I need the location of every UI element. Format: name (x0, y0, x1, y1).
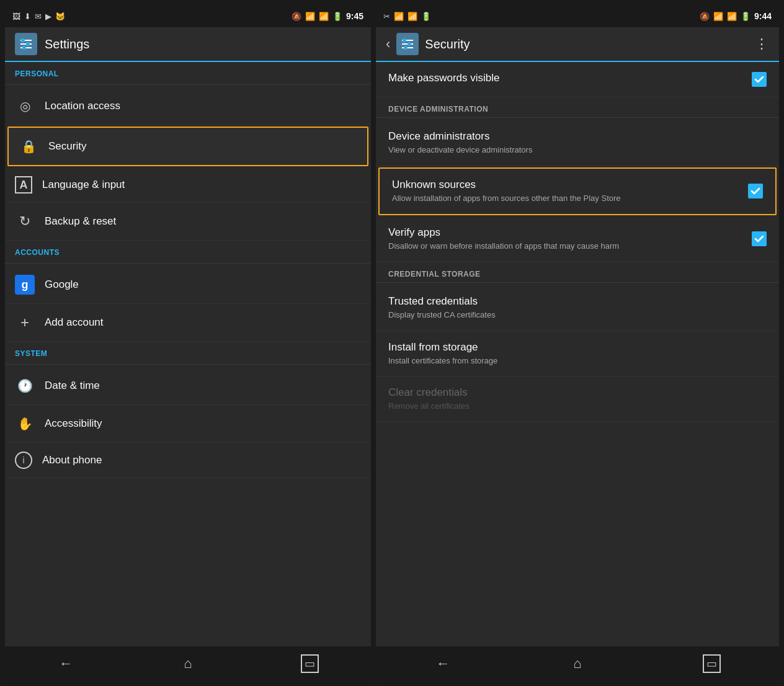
security-icon: 🔒 (19, 136, 38, 156)
right-home-button[interactable]: ⌂ (559, 651, 596, 676)
left-status-time: 9:45 (346, 11, 363, 21)
make-passwords-title: Make passwords visible (388, 72, 744, 84)
sidebar-item-language[interactable]: A Language & input (5, 167, 371, 203)
more-options-button[interactable]: ⋮ (755, 36, 769, 52)
right-status-time: 9:44 (754, 11, 772, 21)
accounts-section-header: ACCOUNTS (5, 241, 371, 261)
trusted-credentials-item[interactable]: Trusted credentials Display trusted CA c… (376, 285, 779, 331)
verify-apps-subtitle: Disallow or warn before installation of … (388, 241, 744, 252)
status-mute-icon: 🔕 (292, 12, 301, 21)
credential-storage-header: CREDENTIAL STORAGE (376, 262, 779, 282)
verify-apps-text: Verify apps Disallow or warn before inst… (388, 226, 744, 252)
unknown-sources-title: Unknown sources (392, 179, 741, 191)
system-section-header: SYSTEM (5, 342, 371, 362)
device-admins-item[interactable]: Device administrators View or deactivate… (376, 120, 779, 166)
svg-point-9 (403, 39, 406, 42)
status-icon-photo: 🖼 (12, 12, 20, 21)
right-status-bar: ✂ 📶 📶 🔋 🔕 📶 📶 🔋 9:44 (376, 5, 779, 27)
settings-app-bar: Settings (5, 27, 371, 62)
left-status-icons: 🖼 ⬇ ✉ ▶ 🐱 (12, 12, 65, 21)
about-label: About phone (42, 454, 102, 466)
device-admin-header: DEVICE ADMINISTRATION (376, 97, 779, 117)
personal-section-header: PERSONAL (5, 62, 371, 82)
svg-point-10 (408, 43, 411, 45)
personal-divider (5, 84, 371, 85)
language-icon: A (15, 176, 32, 194)
install-from-storage-item[interactable]: Install from storage Install certificate… (376, 331, 779, 377)
add-account-icon: + (15, 313, 35, 332)
right-back-button[interactable]: ← (424, 651, 461, 676)
install-from-storage-text: Install from storage Install certificate… (388, 341, 767, 367)
right-battery-icon: 🔋 (741, 12, 751, 21)
accessibility-icon: ✋ (15, 414, 35, 434)
right-recent-button[interactable]: ▭ (693, 651, 731, 676)
security-app-bar-left: ‹ Security (386, 33, 470, 55)
left-back-button[interactable]: ← (47, 651, 84, 676)
add-account-label: Add account (45, 316, 104, 329)
backup-icon: ↻ (15, 212, 35, 231)
device-admins-subtitle: View or deactivate device administrators (388, 145, 767, 156)
right-status-icon-1: ✂ (383, 12, 390, 21)
trusted-credentials-title: Trusted credentials (388, 295, 767, 308)
svg-point-5 (23, 47, 25, 49)
datetime-label: Date & time (45, 380, 100, 392)
status-icon-play: ▶ (45, 12, 51, 21)
install-from-storage-title: Install from storage (388, 341, 767, 354)
left-home-button[interactable]: ⌂ (169, 651, 207, 676)
svg-point-3 (22, 39, 24, 42)
make-passwords-item[interactable]: Make passwords visible (376, 62, 779, 97)
right-status-icons: ✂ 📶 📶 🔋 (383, 12, 431, 21)
unknown-sources-subtitle: Allow installation of apps from sources … (392, 194, 741, 204)
right-signal-icon: 📶 (727, 12, 737, 21)
settings-panel: 🖼 ⬇ ✉ ▶ 🐱 🔕 📶 📶 🔋 9:45 (5, 5, 371, 681)
verify-apps-item[interactable]: Verify apps Disallow or warn before inst… (376, 216, 779, 262)
sidebar-item-backup[interactable]: ↻ Backup & reset (5, 203, 371, 241)
trusted-credentials-subtitle: Display trusted CA certificates (388, 310, 767, 321)
language-label: Language & input (42, 179, 125, 191)
accessibility-label: Accessibility (45, 417, 102, 430)
security-app-bar: ‹ Security ⋮ (376, 27, 779, 62)
accounts-divider (5, 263, 371, 264)
unknown-sources-item[interactable]: Unknown sources Allow installation of ap… (378, 167, 777, 215)
sidebar-item-about[interactable]: i About phone (5, 443, 371, 478)
status-battery-icon: 🔋 (332, 12, 342, 21)
svg-point-4 (27, 43, 29, 45)
left-recent-button[interactable]: ▭ (292, 651, 329, 676)
status-icon-cat: 🐱 (55, 12, 65, 21)
unknown-sources-text: Unknown sources Allow installation of ap… (392, 179, 741, 204)
device-admin-divider (376, 117, 779, 118)
status-icon-mail: ✉ (35, 12, 42, 21)
status-wifi-icon: 📶 (305, 12, 315, 21)
left-status-bar: 🖼 ⬇ ✉ ▶ 🐱 🔕 📶 📶 🔋 9:45 (5, 5, 371, 27)
svg-point-11 (404, 47, 407, 49)
trusted-credentials-text: Trusted credentials Display trusted CA c… (388, 295, 767, 321)
security-label: Security (48, 140, 86, 153)
sidebar-item-datetime[interactable]: 🕐 Date & time (5, 367, 371, 405)
clear-credentials-item[interactable]: Clear credentials Remove all certificate… (376, 376, 779, 422)
sidebar-item-google[interactable]: g Google (5, 266, 371, 304)
verify-apps-checkbox[interactable] (752, 231, 767, 246)
right-status-icon-3: 📶 (408, 12, 417, 21)
verify-apps-title: Verify apps (388, 226, 744, 239)
sidebar-item-add-account[interactable]: + Add account (5, 304, 371, 342)
sidebar-item-security[interactable]: 🔒 Security (7, 127, 368, 166)
settings-list: PERSONAL ◎ Location access 🔒 Security A … (5, 62, 371, 646)
clear-credentials-title: Clear credentials (388, 386, 767, 399)
make-passwords-text: Make passwords visible (388, 72, 744, 87)
security-title: Security (425, 37, 470, 51)
settings-app-icon (15, 33, 37, 55)
unknown-sources-checkbox[interactable] (748, 184, 763, 198)
sidebar-item-location[interactable]: ◎ Location access (5, 87, 371, 125)
google-icon: g (15, 275, 35, 295)
sidebar-item-accessibility[interactable]: ✋ Accessibility (5, 405, 371, 443)
status-icon-download: ⬇ (24, 12, 31, 21)
right-nav-bar: ← ⌂ ▭ (376, 646, 779, 681)
device-admins-title: Device administrators (388, 130, 767, 143)
location-icon: ◎ (15, 96, 35, 116)
system-divider (5, 364, 371, 365)
right-status-icon-2: 📶 (394, 12, 404, 21)
security-back-button[interactable]: ‹ (386, 36, 390, 52)
device-admins-text: Device administrators View or deactivate… (388, 130, 767, 156)
left-status-right: 🔕 📶 📶 🔋 9:45 (292, 11, 363, 21)
make-passwords-checkbox[interactable] (752, 72, 767, 87)
